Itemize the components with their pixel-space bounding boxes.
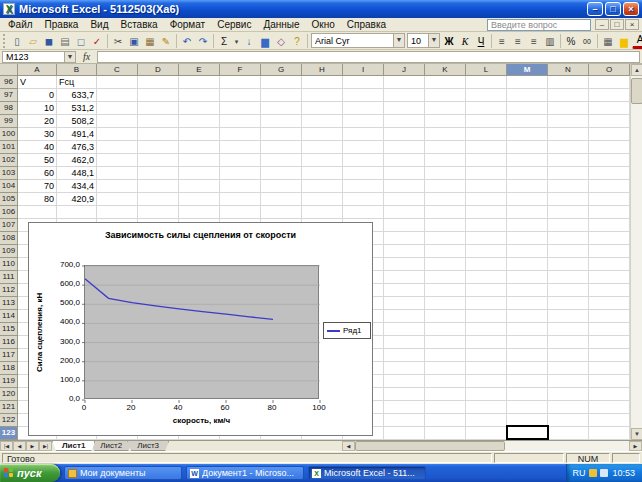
- column-header-C[interactable]: C: [97, 64, 138, 76]
- column-header-O[interactable]: O: [589, 64, 630, 76]
- cell-O99[interactable]: [589, 115, 630, 128]
- cell-J118[interactable]: [384, 362, 425, 375]
- cell-K112[interactable]: [425, 284, 466, 297]
- cell-K117[interactable]: [425, 349, 466, 362]
- cell-J110[interactable]: [384, 258, 425, 271]
- cell-O113[interactable]: [589, 297, 630, 310]
- vertical-scrollbar-thumb[interactable]: [631, 78, 642, 104]
- drawing-icon[interactable]: ◇: [273, 33, 289, 49]
- cell-L97[interactable]: [466, 89, 507, 102]
- sort-ascending-icon[interactable]: ↓: [241, 33, 257, 49]
- shield-icon[interactable]: [589, 469, 597, 477]
- row-header-102[interactable]: 102: [0, 154, 18, 167]
- cell-A96[interactable]: V: [18, 76, 57, 89]
- menu-item-8[interactable]: Справка: [341, 18, 392, 32]
- align-left-icon[interactable]: ≡: [494, 33, 510, 49]
- cell-J101[interactable]: [384, 141, 425, 154]
- cell-K110[interactable]: [425, 258, 466, 271]
- cell-M104[interactable]: [507, 180, 548, 193]
- row-header-104[interactable]: 104: [0, 180, 18, 193]
- column-header-I[interactable]: I: [343, 64, 384, 76]
- cell-O103[interactable]: [589, 167, 630, 180]
- cell-C100[interactable]: [97, 128, 138, 141]
- cell-J109[interactable]: [384, 245, 425, 258]
- cell-L117[interactable]: [466, 349, 507, 362]
- taskbar-task-2[interactable]: XMicrosoft Excel - 511...: [308, 466, 426, 480]
- cell-J114[interactable]: [384, 310, 425, 323]
- chevron-down-icon[interactable]: ▼: [64, 52, 75, 62]
- cell-M103[interactable]: [507, 167, 548, 180]
- cell-K118[interactable]: [425, 362, 466, 375]
- redo-icon[interactable]: ↷: [195, 33, 211, 49]
- cell-M120[interactable]: [507, 388, 548, 401]
- menu-item-6[interactable]: Данные: [257, 18, 305, 32]
- cell-O110[interactable]: [589, 258, 630, 271]
- scroll-up-icon[interactable]: ▲: [631, 64, 642, 76]
- cell-L101[interactable]: [466, 141, 507, 154]
- cell-N119[interactable]: [548, 375, 589, 388]
- cell-N115[interactable]: [548, 323, 589, 336]
- cell-K114[interactable]: [425, 310, 466, 323]
- cell-L99[interactable]: [466, 115, 507, 128]
- help-icon[interactable]: ?: [289, 33, 305, 49]
- column-header-M[interactable]: M: [507, 64, 548, 76]
- cell-C98[interactable]: [97, 102, 138, 115]
- vertical-scrollbar[interactable]: ▲ ▼: [630, 64, 642, 440]
- cell-G97[interactable]: [261, 89, 302, 102]
- column-header-E[interactable]: E: [179, 64, 220, 76]
- cell-I104[interactable]: [343, 180, 384, 193]
- cell-E96[interactable]: [179, 76, 220, 89]
- cell-K105[interactable]: [425, 193, 466, 206]
- cell-M112[interactable]: [507, 284, 548, 297]
- cell-H103[interactable]: [302, 167, 343, 180]
- cell-L105[interactable]: [466, 193, 507, 206]
- cell-D96[interactable]: [138, 76, 179, 89]
- undo-icon[interactable]: ↶: [179, 33, 195, 49]
- cell-O96[interactable]: [589, 76, 630, 89]
- cell-C106[interactable]: [97, 206, 138, 219]
- cell-A105[interactable]: 80: [18, 193, 57, 206]
- cell-B106[interactable]: [57, 206, 97, 219]
- cell-O104[interactable]: [589, 180, 630, 193]
- column-header-B[interactable]: B: [57, 64, 97, 76]
- cell-M99[interactable]: [507, 115, 548, 128]
- cell-B99[interactable]: 508,2: [57, 115, 97, 128]
- row-header-109[interactable]: 109: [0, 245, 18, 258]
- row-header-111[interactable]: 111: [0, 271, 18, 284]
- cell-K100[interactable]: [425, 128, 466, 141]
- cell-N112[interactable]: [548, 284, 589, 297]
- cell-J102[interactable]: [384, 154, 425, 167]
- cell-J115[interactable]: [384, 323, 425, 336]
- print-preview-icon[interactable]: ◻: [73, 33, 89, 49]
- cell-O102[interactable]: [589, 154, 630, 167]
- cell-K111[interactable]: [425, 271, 466, 284]
- cell-J100[interactable]: [384, 128, 425, 141]
- cell-F106[interactable]: [220, 206, 261, 219]
- row-header-116[interactable]: 116: [0, 336, 18, 349]
- menu-item-3[interactable]: Вставка: [114, 18, 163, 32]
- cell-K101[interactable]: [425, 141, 466, 154]
- cell-N118[interactable]: [548, 362, 589, 375]
- cell-N96[interactable]: [548, 76, 589, 89]
- cell-L113[interactable]: [466, 297, 507, 310]
- cell-H96[interactable]: [302, 76, 343, 89]
- column-header-A[interactable]: A: [18, 64, 57, 76]
- cell-M119[interactable]: [507, 375, 548, 388]
- cell-K113[interactable]: [425, 297, 466, 310]
- column-header-L[interactable]: L: [466, 64, 507, 76]
- cell-J111[interactable]: [384, 271, 425, 284]
- cell-I103[interactable]: [343, 167, 384, 180]
- cell-C101[interactable]: [97, 141, 138, 154]
- cell-O109[interactable]: [589, 245, 630, 258]
- row-header-120[interactable]: 120: [0, 388, 18, 401]
- cell-L118[interactable]: [466, 362, 507, 375]
- cell-B96[interactable]: Fсц: [57, 76, 97, 89]
- row-header-115[interactable]: 115: [0, 323, 18, 336]
- font-color-icon[interactable]: А: [632, 33, 642, 49]
- cell-K108[interactable]: [425, 232, 466, 245]
- cell-A98[interactable]: 10: [18, 102, 57, 115]
- cell-D102[interactable]: [138, 154, 179, 167]
- cell-M102[interactable]: [507, 154, 548, 167]
- cell-B97[interactable]: 633,7: [57, 89, 97, 102]
- italic-icon[interactable]: К: [457, 33, 473, 49]
